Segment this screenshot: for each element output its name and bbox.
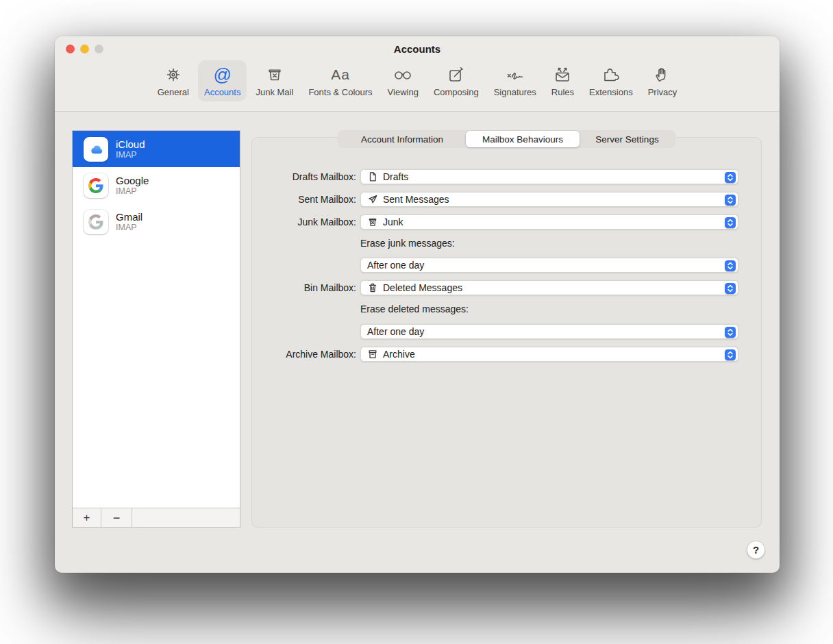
- popup-value: After one day: [367, 258, 424, 272]
- popup-stepper-icon: [725, 172, 736, 183]
- erase-deleted-messages-label: Erase deleted messages:: [360, 302, 469, 316]
- junk-mailbox-label: Junk Mailbox:: [55, 214, 356, 230]
- empty-label: [55, 258, 356, 273]
- popup-value: After one day: [367, 325, 424, 338]
- popup-stepper-icon: [725, 349, 736, 360]
- popup-value: Archive: [383, 347, 415, 361]
- junk-mailbox-popup[interactable]: Junk: [360, 214, 738, 230]
- mail-preferences-window: Accounts General @ Accounts: [55, 36, 780, 573]
- erase-junk-popup[interactable]: After one day: [360, 258, 738, 273]
- popup-stepper-icon: [725, 217, 736, 228]
- popup-stepper-icon: [725, 283, 736, 294]
- erase-junk-messages-label: Erase junk messages:: [360, 236, 455, 250]
- popup-value: Drafts: [383, 170, 408, 184]
- erase-deleted-popup[interactable]: After one day: [360, 324, 738, 339]
- archive-mailbox-popup[interactable]: Archive: [360, 347, 738, 362]
- paperplane-icon: [367, 194, 378, 205]
- popup-value: Sent Messages: [383, 193, 449, 206]
- bin-mailbox-popup[interactable]: Deleted Messages: [360, 280, 738, 295]
- popup-stepper-icon: [725, 195, 736, 206]
- mailbox-behaviours-form: Drafts Mailbox: Drafts Sent Mailbox:: [55, 36, 780, 573]
- empty-label: [55, 324, 356, 339]
- archive-mailbox-label: Archive Mailbox:: [55, 347, 356, 362]
- popup-stepper-icon: [725, 260, 736, 271]
- bin-mailbox-label: Bin Mailbox:: [55, 280, 356, 295]
- sent-mailbox-popup[interactable]: Sent Messages: [360, 192, 738, 207]
- document-icon: [367, 171, 378, 182]
- help-button[interactable]: ?: [747, 541, 765, 559]
- drafts-mailbox-popup[interactable]: Drafts: [360, 169, 738, 184]
- sent-mailbox-label: Sent Mailbox:: [55, 192, 356, 207]
- trash-icon: [367, 282, 378, 293]
- popup-value: Junk: [383, 215, 403, 229]
- popup-stepper-icon: [725, 327, 736, 338]
- screen: Accounts General @ Accounts: [0, 0, 833, 644]
- junk-small-icon: [367, 216, 378, 227]
- popup-value: Deleted Messages: [383, 281, 462, 295]
- archive-icon: [367, 349, 378, 360]
- drafts-mailbox-label: Drafts Mailbox:: [55, 169, 356, 184]
